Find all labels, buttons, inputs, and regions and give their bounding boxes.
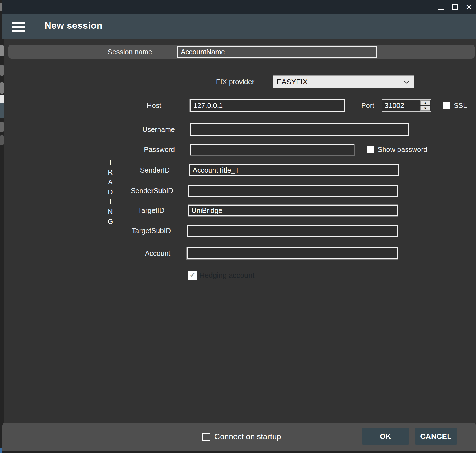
- account-label: Account: [4, 247, 170, 259]
- background-artifact: [0, 65, 4, 76]
- session-name-label: Session name: [4, 46, 152, 58]
- fix-provider-dropdown[interactable]: EASYFIX: [273, 75, 414, 88]
- ok-button[interactable]: OK: [362, 428, 409, 445]
- sender-id-input[interactable]: [189, 164, 399, 176]
- window-bottom-edge: [2, 451, 476, 453]
- background-artifact: [0, 45, 4, 56]
- sender-id-label: SenderID: [4, 164, 170, 176]
- username-label: Username: [4, 123, 175, 136]
- port-input[interactable]: [382, 100, 420, 111]
- hedging-account-label: Hedging account: [199, 271, 254, 280]
- background-window-sliver: [0, 0, 4, 453]
- background-artifact: [0, 103, 4, 118]
- username-input[interactable]: [190, 123, 409, 136]
- show-password-checkbox[interactable]: [367, 146, 374, 153]
- account-input[interactable]: [187, 247, 398, 259]
- background-artifact: [0, 82, 4, 94]
- page-title: New session: [45, 20, 102, 31]
- spin-up-icon: ▲: [424, 101, 427, 105]
- connect-on-startup-label: Connect on startup: [214, 431, 281, 442]
- target-sub-id-input[interactable]: [187, 225, 398, 237]
- background-artifact: [0, 122, 4, 132]
- dialog-body: Session name FIX provider EASYFIX Host P…: [4, 39, 476, 453]
- port-spinner-field: ▲ ▼: [382, 99, 431, 112]
- minimize-icon: [438, 9, 444, 10]
- close-button[interactable]: ✕: [464, 2, 474, 12]
- session-name-input[interactable]: [177, 46, 377, 58]
- ssl-checkbox[interactable]: [443, 102, 450, 109]
- fix-provider-label: FIX provider: [4, 75, 254, 88]
- spin-down-button[interactable]: ▼: [420, 106, 430, 111]
- fix-provider-value: EASYFIX: [277, 78, 308, 86]
- port-label: Port: [4, 99, 374, 112]
- target-id-input[interactable]: [188, 205, 398, 216]
- ssl-label: SSL: [454, 99, 467, 112]
- port-spinner: ▲ ▼: [420, 100, 430, 111]
- target-sub-id-label: TargetSubID: [4, 225, 171, 237]
- new-session-dialog: ✕ New session Session name FIX provider …: [0, 0, 476, 453]
- background-artifact: [0, 135, 4, 145]
- close-icon: ✕: [466, 2, 472, 12]
- spin-up-button[interactable]: ▲: [420, 100, 430, 105]
- password-input[interactable]: [190, 144, 354, 155]
- cancel-button[interactable]: CANCEL: [415, 428, 457, 445]
- background-artifact: [0, 95, 4, 103]
- target-id-label: TargetID: [4, 205, 164, 216]
- show-password-label: Show password: [378, 144, 427, 155]
- password-label: Password: [4, 144, 175, 155]
- hamburger-icon: [12, 22, 25, 24]
- minimize-button[interactable]: [436, 2, 446, 12]
- chevron-down-icon: [404, 80, 410, 84]
- dialog-header: New session: [2, 14, 476, 39]
- spin-down-icon: ▼: [424, 107, 427, 110]
- maximize-button[interactable]: [450, 2, 460, 12]
- window-titlebar: ✕: [2, 0, 476, 14]
- hedging-account-checkbox[interactable]: ✓: [188, 271, 197, 280]
- sender-sub-id-label: SenderSubID: [4, 185, 173, 197]
- menu-button[interactable]: [12, 22, 25, 32]
- connect-on-startup-checkbox[interactable]: [202, 433, 210, 441]
- check-icon: ✓: [189, 271, 196, 279]
- dialog-footer: Connect on startup OK CANCEL: [2, 423, 476, 451]
- sender-sub-id-input[interactable]: [188, 185, 398, 197]
- maximize-icon: [452, 4, 458, 10]
